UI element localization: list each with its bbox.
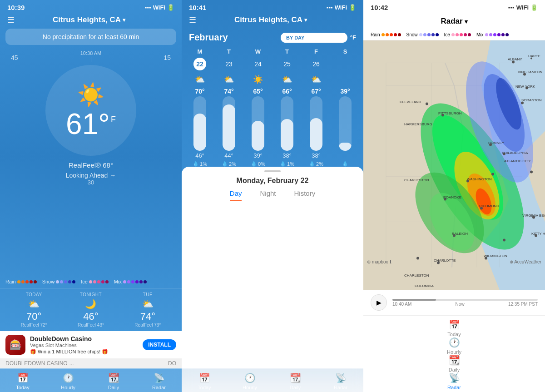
dot — [101, 280, 104, 283]
calendar-icon-1: 📅 — [17, 372, 29, 383]
by-day-btn[interactable]: BY DAY — [281, 33, 310, 43]
dot — [451, 33, 455, 36]
dot — [464, 33, 467, 36]
cal-cell-23[interactable]: 23 — [214, 57, 243, 73]
calendar-row: 22 23 24 25 26 — [182, 57, 363, 73]
header-location-1[interactable]: Citrus Heights, CA ▾ — [53, 15, 125, 25]
status-bar-1: 10:39 ▪▪▪ WiFi 🔋 — [0, 0, 182, 13]
radar-map[interactable]: ALBANY BINGHAMTON HARTF SCRANTON NEW YOR… — [363, 40, 545, 290]
accu-credit: ⊕ AccuWeather — [510, 259, 541, 264]
ad-promo: 🎁 Win a 1 MILLION free chips! 🎁 — [30, 349, 138, 355]
nav-radar-2[interactable]: 📡 Radar — [318, 372, 363, 390]
radar-ice-label: Ice — [444, 32, 450, 37]
rain-legend: Rain — [5, 279, 37, 284]
forecast-tue[interactable]: TUE ⛅ 74° RealFeel 73° — [119, 292, 176, 327]
ad-label-text: DOUBLEDOWN CASINO — [5, 360, 68, 367]
svg-text:WILMINGTON: WILMINGTON — [484, 254, 507, 258]
radar-rain-label: Rain — [371, 32, 380, 37]
svg-text:ROMNEY: ROMNEY — [488, 141, 505, 145]
high-26: 67° — [311, 88, 321, 95]
weather-icons-row: ⛅ ⛅ ☀️ ⛅ ⛅ — [182, 74, 363, 87]
weather-25: ⛅ — [282, 74, 292, 84]
nav-radar-1[interactable]: 📡 Radar — [136, 372, 182, 390]
forecast-today[interactable]: TODAY ⛅ 70° RealFeel 72° — [5, 292, 62, 327]
nav-hourly-1[interactable]: 🕐 Hourly — [45, 372, 91, 390]
wifi-icon-2: WiFi — [335, 4, 347, 11]
cal-cell-24[interactable]: 24 — [243, 57, 272, 73]
panel-radar: 10:42 ▪▪▪ WiFi 🔋 Radar ▾ Rain Snow — [363, 0, 545, 392]
nav-daily-2[interactable]: 📆 Daily — [272, 372, 318, 390]
now-label: Now — [456, 302, 465, 307]
dot — [493, 33, 496, 36]
precip-26: 💧 2% — [302, 161, 331, 167]
cal-cell-22[interactable]: 22 — [185, 57, 214, 73]
day-num-24: 24 — [252, 58, 264, 70]
menu-icon-1[interactable]: ☰ — [7, 15, 15, 25]
dot — [25, 280, 29, 283]
ad-title: DoubleDown Casino — [30, 335, 138, 342]
high-24: 65° — [253, 88, 263, 95]
bar-fill-26 — [310, 118, 322, 151]
play-icon: ▶ — [377, 299, 382, 306]
precip-text: No precipitation for at least 60 min — [43, 33, 139, 40]
dot — [139, 280, 143, 283]
radar-ice-dots — [451, 33, 471, 36]
play-button[interactable]: ▶ — [371, 294, 387, 311]
svg-text:CHARLESTON: CHARLESTON — [404, 273, 429, 278]
bar-extra: 39° — [331, 88, 360, 159]
dot — [386, 33, 389, 36]
bar-container-22 — [193, 96, 206, 151]
radar-snow-dots — [419, 33, 439, 36]
nav-radar-3[interactable]: 📡 Radar — [363, 372, 545, 390]
mix-dots — [123, 280, 147, 283]
radar-header: Radar ▾ — [363, 13, 545, 30]
dot — [30, 280, 33, 283]
header-location-2[interactable]: Citrus Heights, CA ▾ — [234, 15, 307, 25]
status-bar-2: 10:41 ▪▪▪ WiFi 🔋 — [182, 0, 363, 13]
status-time-2: 10:41 — [189, 4, 206, 11]
cal-cell-26[interactable]: 26 — [302, 57, 331, 73]
nav-daily-1[interactable]: 📆 Daily — [91, 372, 136, 390]
looking-ahead[interactable]: Looking Ahead → — [66, 172, 116, 179]
precip-25: 💧 1% — [272, 161, 302, 167]
forecast-tue-temp: 74° — [119, 311, 176, 323]
radar-mix-legend: Mix — [476, 32, 509, 37]
sheet-tab-history[interactable]: History — [294, 189, 316, 201]
nav-hourly-3[interactable]: 🕐 Hourly — [363, 337, 545, 355]
nav-hourly-label-3: Hourly — [447, 349, 461, 355]
cal-cell-25[interactable]: 25 — [272, 57, 302, 73]
svg-point-23 — [491, 173, 494, 176]
month-header: February BY DAY BY MONTH °F — [182, 29, 363, 46]
weather-icon-22: ⛅ — [185, 74, 214, 87]
nav-daily-3[interactable]: 📆 Daily — [363, 355, 545, 372]
nav-today-1[interactable]: 📅 Today — [0, 372, 45, 390]
dot — [93, 280, 96, 283]
weather-24: ☀️ — [253, 74, 263, 84]
install-button[interactable]: INSTALL — [143, 339, 176, 350]
accu-text: AccuWeather — [514, 259, 541, 264]
dot — [485, 33, 488, 36]
timeline-track[interactable] — [392, 299, 538, 301]
ad-label-suffix: ... — [69, 360, 166, 367]
dot — [60, 280, 63, 283]
dot — [72, 280, 75, 283]
nav-today-3[interactable]: 📅 Today — [363, 319, 545, 337]
nav-today-2[interactable]: 📅 Today — [182, 372, 227, 390]
by-month-btn[interactable]: BY MONTH — [310, 33, 347, 43]
ad-text: DoubleDown Casino Vegas Slot Machines 🎁 … — [30, 335, 138, 355]
low-22: 46° — [195, 152, 204, 159]
radar-controls: ▶ 10:40 AM Now 12:35 PM PST — [363, 290, 545, 315]
radar-mix-label: Mix — [476, 32, 484, 37]
forecast-tue-label: TUE — [119, 292, 176, 297]
svg-text:CHARLESTON: CHARLESTON — [404, 178, 429, 182]
svg-text:PITTSBURGH: PITTSBURGH — [438, 111, 462, 115]
ad-suffix: DO — [168, 360, 176, 367]
menu-icon-2[interactable]: ☰ — [189, 15, 196, 25]
sheet-tab-night[interactable]: Night — [260, 189, 276, 201]
status-time-3: 10:42 — [371, 4, 388, 11]
sheet-tab-day[interactable]: Day — [230, 189, 242, 201]
low-24: 39° — [253, 152, 263, 159]
sheet-date: Monday, February 22 — [189, 177, 356, 185]
nav-hourly-2[interactable]: 🕐 Hourly — [227, 372, 272, 390]
forecast-tonight[interactable]: TONIGHT 🌙 46° RealFeel 43° — [62, 292, 119, 327]
